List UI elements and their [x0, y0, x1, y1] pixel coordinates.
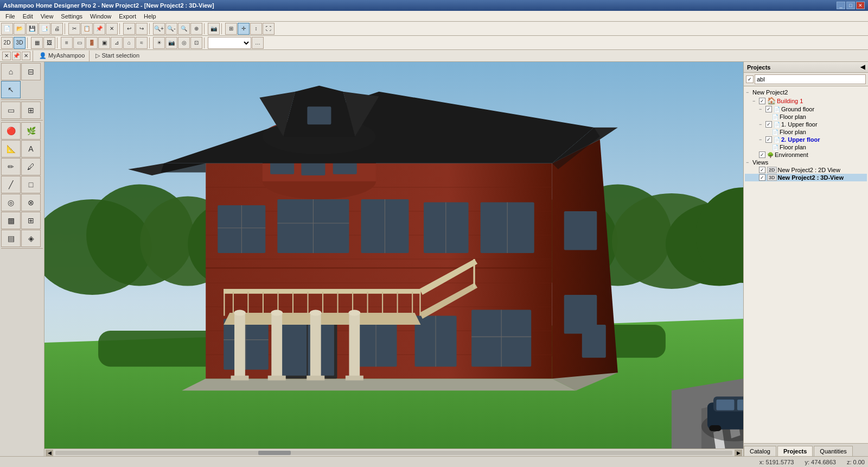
check-upper2[interactable]: ✓ — [765, 136, 772, 143]
room-btn[interactable]: ⊞ — [21, 102, 41, 119]
copy-button[interactable]: 📋 — [81, 23, 93, 35]
new-button[interactable]: 📄 — [1, 23, 13, 35]
materials-browse-button[interactable]: … — [252, 37, 264, 49]
cursor-btn[interactable]: ↖ — [1, 81, 21, 98]
check-building1[interactable]: ✓ — [759, 98, 765, 104]
expand-upper2[interactable]: − — [759, 137, 764, 142]
scroll-track[interactable] — [55, 451, 732, 455]
close-panel-button[interactable]: ✕ — [2, 52, 11, 60]
minimize-button[interactable]: _ — [837, 2, 845, 9]
canvas-area[interactable]: ◀ ▶ — [44, 62, 743, 456]
cross-button[interactable]: ✕ — [22, 52, 30, 60]
window-controls[interactable]: _ □ ✕ — [837, 2, 865, 9]
menu-help[interactable]: Help — [141, 12, 159, 21]
paste-button[interactable]: 📌 — [93, 23, 105, 35]
fullscreen-button[interactable]: ⛶ — [263, 23, 275, 35]
collapse-projects-button[interactable]: ◀ — [860, 64, 865, 71]
zoom-reset-button[interactable]: 🔍 — [178, 23, 190, 35]
quantities-tab[interactable]: Quantities — [814, 446, 853, 456]
search-check[interactable]: ✓ — [746, 75, 754, 83]
scroll-left-btn[interactable]: ◀ — [46, 450, 53, 456]
save-button[interactable]: 💾 — [26, 23, 38, 35]
measure-btn[interactable]: 📐 — [1, 140, 21, 157]
grid2-btn[interactable]: ⊞ — [21, 212, 41, 229]
plan-button[interactable]: ▦ — [31, 37, 43, 49]
tree-item-views[interactable]: − Views — [745, 159, 867, 166]
tree-item-groundfloor[interactable]: − ✓ 📄 Ground floor — [745, 105, 867, 113]
check-groundfloor[interactable]: ✓ — [765, 106, 772, 112]
wall-draw-btn[interactable]: ▭ — [1, 102, 21, 119]
selectall-button[interactable]: ⊡ — [190, 37, 202, 49]
floors-btn[interactable]: ⊟ — [21, 63, 41, 80]
menu-settings[interactable]: Settings — [58, 12, 86, 21]
menu-export[interactable]: Export — [116, 12, 139, 21]
expand-views[interactable]: − — [746, 160, 751, 165]
scroll-thumb[interactable] — [258, 451, 291, 455]
pattern-btn[interactable]: ⊗ — [21, 194, 41, 211]
stairs-button[interactable]: ⊿ — [111, 37, 123, 49]
tree-item-project[interactable]: − New Project2 — [745, 89, 867, 96]
tree-item-floorplan3[interactable]: 📄 Floor plan — [745, 143, 867, 151]
zoom-in-button[interactable]: 🔍+ — [153, 23, 165, 35]
line-btn[interactable]: ╱ — [1, 176, 21, 193]
maximize-button[interactable]: □ — [846, 2, 855, 9]
start-selection-button[interactable]: ▷ Start selection — [93, 52, 142, 60]
menu-view[interactable]: View — [37, 12, 57, 21]
redo-button[interactable]: ↪ — [136, 23, 148, 35]
doors-button[interactable]: 🚪 — [86, 37, 98, 49]
render2-button[interactable]: ◎ — [178, 37, 190, 49]
tree-item-3dview[interactable]: ✓ 3D New Project2 : 3D-View — [745, 174, 867, 181]
roof-button[interactable]: ⌂ — [123, 37, 135, 49]
2d-view-button[interactable]: 2D — [1, 37, 13, 49]
check-2dview[interactable]: ✓ — [759, 167, 765, 173]
saveas-button[interactable]: 📑 — [39, 23, 50, 35]
tree-item-environment[interactable]: ✓ 🌳 Environment — [745, 151, 867, 159]
select-house-btn[interactable]: ⌂ — [1, 63, 21, 80]
search-input[interactable] — [755, 74, 866, 84]
pin-panel-button[interactable]: 📌 — [12, 52, 21, 60]
object-btn[interactable]: ◈ — [21, 230, 41, 247]
tree-item-floorplan1[interactable]: 📄 Floor plan — [745, 113, 867, 121]
print-button[interactable]: 🖨 — [51, 23, 63, 35]
tree-item-floorplan2[interactable]: 📄 Floor plan — [745, 128, 867, 136]
check-upper1[interactable]: ✓ — [765, 121, 772, 128]
tree-item-2dview[interactable]: ✓ 2D New Project2 : 2D View — [745, 166, 867, 174]
close-button[interactable]: ✕ — [856, 2, 865, 9]
sun-button[interactable]: ☀ — [153, 37, 165, 49]
layers-button[interactable]: ≡ — [61, 37, 73, 49]
camera-button[interactable]: 📷 — [165, 37, 177, 49]
rect-btn[interactable]: □ — [21, 176, 41, 193]
fill-btn[interactable]: ▩ — [1, 212, 21, 229]
move-button[interactable]: ✛ — [238, 23, 250, 35]
cut-button[interactable]: ✂ — [68, 23, 80, 35]
check-3dview[interactable]: ✓ — [759, 174, 765, 181]
canvas-scrollbar[interactable]: ◀ ▶ — [44, 449, 743, 456]
tree-item-building1[interactable]: − ✓ 🏠 Building 1 — [745, 96, 867, 105]
menu-file[interactable]: File — [2, 12, 18, 21]
check-env[interactable]: ✓ — [759, 152, 765, 158]
expand-project[interactable]: − — [746, 90, 751, 95]
expand-building1[interactable]: − — [752, 98, 758, 104]
delete-button[interactable]: ✕ — [106, 23, 118, 35]
circle-btn[interactable]: ◎ — [1, 194, 21, 211]
expand-upper1[interactable]: − — [759, 122, 764, 127]
projects-tab[interactable]: Projects — [777, 446, 813, 456]
open-button[interactable]: 📂 — [14, 23, 25, 35]
landscape-btn[interactable]: 🌿 — [21, 122, 41, 140]
3d-view-button[interactable]: 3D — [14, 37, 25, 49]
myashampoo-button[interactable]: 👤 MyAshampoo — [37, 52, 87, 60]
tree-item-upper1[interactable]: − ✓ 📄 1. Upper floor — [745, 121, 867, 128]
wall3-btn[interactable]: ▤ — [1, 230, 21, 247]
walls-button[interactable]: ▭ — [73, 37, 85, 49]
render-button[interactable]: 🖼 — [43, 37, 55, 49]
grid-view-button[interactable]: ⊞ — [225, 23, 237, 35]
zoom-fit-button[interactable]: ⊕ — [190, 23, 202, 35]
fire-btn[interactable]: 🔴 — [1, 122, 21, 140]
pencil-btn[interactable]: ✏ — [1, 158, 21, 175]
menu-edit[interactable]: Edit — [20, 12, 36, 21]
materials-dropdown[interactable] — [208, 37, 251, 49]
terrain-button[interactable]: ≈ — [136, 37, 148, 49]
windows-button[interactable]: ▣ — [98, 37, 110, 49]
zoom-out-button[interactable]: 🔍- — [165, 23, 177, 35]
screenshot-button[interactable]: 📷 — [208, 23, 220, 35]
